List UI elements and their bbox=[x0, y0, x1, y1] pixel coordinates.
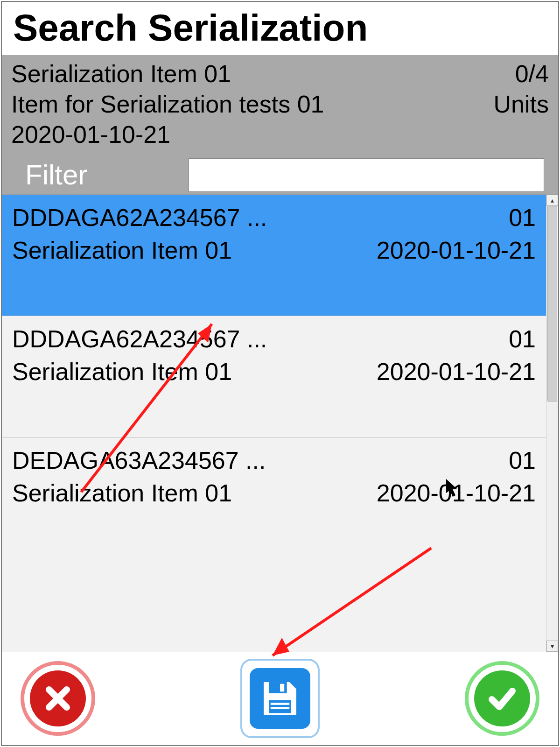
serial-date: 2020-01-10-21 bbox=[377, 477, 536, 509]
scroll-up-icon[interactable]: ▴ bbox=[546, 195, 558, 206]
item-count: 0/4 bbox=[515, 59, 549, 89]
item-batch: 2020-01-10-21 bbox=[11, 120, 549, 150]
svg-rect-6 bbox=[271, 707, 289, 709]
scroll-thumb[interactable] bbox=[547, 206, 557, 402]
item-name: Serialization Item 01 bbox=[11, 59, 231, 89]
cancel-button[interactable] bbox=[21, 661, 95, 736]
close-icon bbox=[30, 670, 86, 726]
svg-rect-3 bbox=[280, 684, 284, 692]
svg-rect-4 bbox=[269, 700, 291, 713]
scrollbar[interactable]: ▴ ▾ bbox=[546, 195, 558, 652]
serial-date: 2020-01-10-21 bbox=[377, 355, 536, 388]
confirm-button[interactable] bbox=[465, 661, 539, 736]
serial-item-name: Serialization Item 01 bbox=[12, 477, 232, 509]
list-item[interactable]: DDDAGA62A234567 ... 01 Serialization Ite… bbox=[2, 195, 546, 316]
footer-toolbar bbox=[2, 652, 558, 745]
item-header: Serialization Item 01 0/4 Item for Seria… bbox=[2, 55, 558, 194]
serial-number: DEDAGA63A234567 ... bbox=[12, 444, 266, 477]
scroll-down-icon[interactable]: ▾ bbox=[546, 641, 558, 652]
filter-input[interactable] bbox=[189, 158, 544, 192]
list-item[interactable]: DEDAGA63A234567 ... 01 Serialization Ite… bbox=[2, 437, 546, 559]
item-description: Item for Serialization tests 01 bbox=[11, 89, 324, 120]
filter-row: Filter bbox=[11, 150, 549, 194]
serial-code: 01 bbox=[509, 201, 536, 234]
units-label: Units bbox=[494, 89, 549, 120]
serial-item-name: Serialization Item 01 bbox=[12, 355, 232, 388]
svg-rect-5 bbox=[271, 703, 289, 705]
filter-label: Filter bbox=[11, 157, 189, 192]
floppy-disk-icon bbox=[250, 668, 310, 729]
serial-date: 2020-01-10-21 bbox=[377, 234, 536, 267]
serial-item-name: Serialization Item 01 bbox=[12, 234, 232, 267]
serial-code: 01 bbox=[509, 444, 536, 477]
serial-number: DDDAGA62A234567 ... bbox=[12, 323, 267, 355]
page-title: Search Serialization bbox=[2, 2, 558, 55]
check-icon bbox=[474, 670, 530, 726]
serial-number: DDDAGA62A234567 ... bbox=[12, 201, 267, 234]
scroll-track[interactable] bbox=[546, 206, 558, 641]
results-list: DDDAGA62A234567 ... 01 Serialization Ite… bbox=[2, 195, 546, 652]
save-button[interactable] bbox=[240, 659, 320, 738]
serial-code: 01 bbox=[509, 323, 536, 355]
app-frame: Search Serialization Serialization Item … bbox=[1, 1, 559, 746]
results-list-wrap: DDDAGA62A234567 ... 01 Serialization Ite… bbox=[2, 194, 558, 652]
list-item[interactable]: DDDAGA62A234567 ... 01 Serialization Ite… bbox=[2, 316, 546, 437]
